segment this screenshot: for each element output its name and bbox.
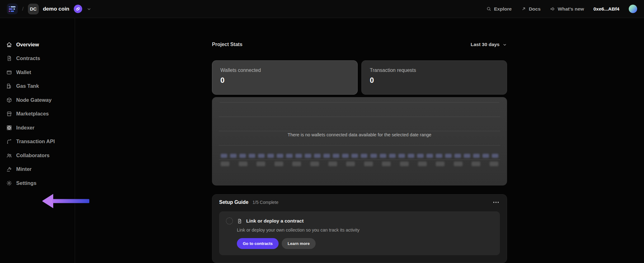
topnav-label: What's new: [558, 6, 584, 12]
wallet-icon: [6, 69, 12, 75]
wallets-connected-chart: There is no wallets connected data avail…: [212, 97, 507, 186]
sidebar-item-transaction-api[interactable]: Transaction API: [6, 137, 75, 146]
stat-card-value: 0: [370, 76, 499, 85]
date-range-label: Last 30 days: [471, 42, 500, 47]
team-avatar[interactable]: DC: [28, 4, 39, 14]
stat-card-value: 0: [220, 76, 349, 85]
setup-task-card: Link or deploy a contract Link or deploy…: [219, 211, 500, 255]
sidebar-item-indexer[interactable]: Indexer: [6, 123, 75, 132]
sidebar-item-label: Minter: [16, 166, 32, 172]
account-avatar[interactable]: [629, 5, 637, 13]
project-stats-section: Project Stats Last 30 days Wallets conne…: [212, 42, 507, 186]
task-description: Link or deploy your own collection so yo…: [237, 228, 493, 232]
route-icon: [6, 139, 12, 144]
stat-card-transaction-requests[interactable]: Transaction requests0: [361, 60, 507, 95]
main-area: Project Stats Last 30 days Wallets conne…: [75, 18, 644, 263]
topnav-what-s-new[interactable]: What's new: [550, 6, 584, 12]
sidebar-item-node-gateway[interactable]: Node Gateway: [6, 95, 75, 105]
task-title: Link or deploy a contract: [246, 218, 303, 224]
users-icon: [6, 153, 12, 158]
sidebar-item-gas-tank[interactable]: Gas Tank: [6, 82, 75, 91]
sidebar-item-label: Wallet: [16, 69, 31, 75]
gavel-icon: [6, 166, 12, 172]
search-icon: [486, 6, 491, 12]
chevron-down-icon: [502, 42, 507, 47]
topnav-label: Docs: [529, 6, 541, 12]
sidebar-item-label: Gas Tank: [16, 83, 39, 89]
setup-guide-card: Setup Guide 1/5 Complete Link or deploy …: [212, 194, 507, 263]
setup-guide-title: Setup Guide: [219, 200, 248, 205]
go-to-contracts-button[interactable]: Go to contracts: [237, 238, 279, 249]
sidebar-item-settings[interactable]: Settings: [6, 178, 75, 188]
date-range-selector[interactable]: Last 30 days: [471, 42, 507, 47]
sidebar: OverviewContractsWalletGas TankNode Gate…: [0, 18, 75, 263]
topbar: / DC demo coin ExploreDocsWhat's new 0xe…: [0, 0, 644, 18]
sidebar-item-label: Node Gateway: [16, 97, 52, 103]
incomplete-step-circle-icon: [226, 218, 233, 224]
topnav-docs[interactable]: Docs: [521, 6, 541, 12]
product-logo-icon[interactable]: [7, 3, 18, 14]
grid-icon: [6, 125, 12, 131]
setup-guide-progress: 1/5 Complete: [252, 200, 492, 205]
wallet-address[interactable]: 0xe6...ABf4: [593, 6, 619, 12]
sidebar-item-label: Settings: [16, 180, 36, 186]
sidebar-item-contracts[interactable]: Contracts: [6, 54, 75, 63]
document-icon: [237, 218, 242, 224]
sidebar-item-minter[interactable]: Minter: [6, 165, 75, 174]
sidebar-item-label: Overview: [16, 42, 39, 48]
gas-pump-icon: [6, 83, 12, 89]
stat-card-label: Wallets connected: [220, 68, 349, 73]
chart-skeleton-axis-labels: [221, 162, 498, 166]
sidebar-item-collaborators[interactable]: Collaborators: [6, 151, 75, 160]
chart-empty-message: There is no wallets connected data avail…: [212, 132, 507, 137]
loop-badge-icon: [74, 5, 82, 13]
cube-icon: [6, 97, 12, 103]
topnav-label: Explore: [494, 6, 512, 12]
app-shell: OverviewContractsWalletGas TankNode Gate…: [0, 18, 644, 263]
gear-icon: [6, 180, 12, 186]
learn-more-button[interactable]: Learn more: [282, 238, 316, 249]
megaphone-icon: [550, 6, 555, 12]
breadcrumb-separator: /: [22, 6, 24, 12]
topbar-right: ExploreDocsWhat's new 0xe6...ABf4: [486, 5, 637, 13]
sidebar-item-label: Contracts: [16, 55, 40, 61]
contract-icon: [6, 55, 12, 61]
sidebar-item-label: Transaction API: [16, 139, 55, 144]
stat-card-wallets-connected[interactable]: Wallets connected0: [212, 60, 358, 95]
project-name[interactable]: demo coin: [43, 6, 69, 12]
sidebar-item-label: Indexer: [16, 125, 35, 131]
sidebar-item-overview[interactable]: Overview: [6, 40, 75, 49]
breadcrumb: / DC demo coin: [7, 3, 92, 14]
sidebar-item-label: Marketplaces: [16, 111, 49, 117]
stat-card-label: Transaction requests: [370, 68, 499, 73]
home-icon: [6, 42, 12, 48]
stat-cards-row: Wallets connected0Transaction requests0: [212, 60, 507, 95]
ellipsis-icon[interactable]: [492, 200, 500, 204]
storefront-icon: [6, 111, 12, 117]
section-title: Project Stats: [212, 42, 242, 47]
sidebar-item-wallet[interactable]: Wallet: [6, 68, 75, 77]
topnav-explore[interactable]: Explore: [486, 6, 512, 12]
chart-skeleton-bars: [221, 154, 498, 158]
sidebar-item-marketplaces[interactable]: Marketplaces: [6, 109, 75, 119]
external-arrow-icon: [521, 6, 526, 12]
sidebar-item-label: Collaborators: [16, 153, 49, 158]
project-switcher-chevron-icon[interactable]: [87, 7, 92, 12]
